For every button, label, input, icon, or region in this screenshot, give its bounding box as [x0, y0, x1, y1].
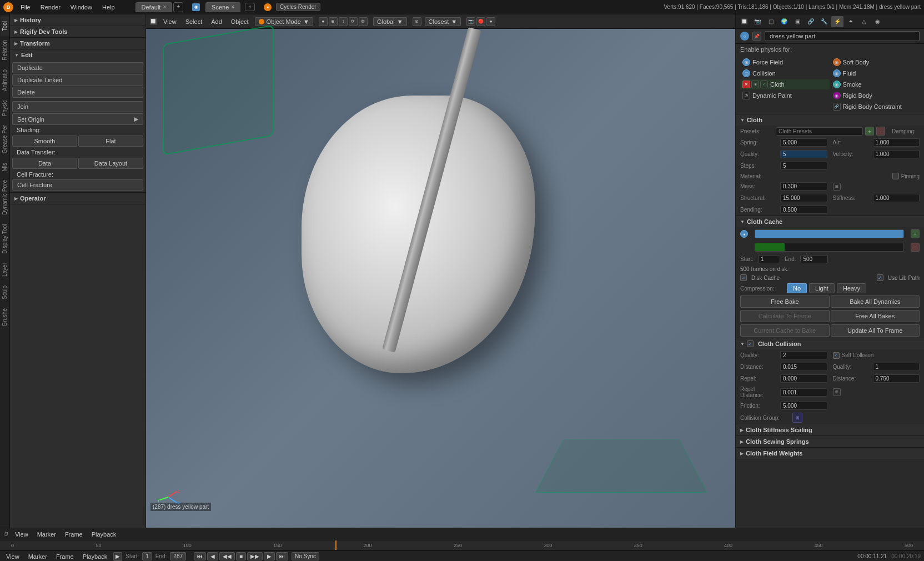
cloth-x-icon[interactable]: ✕ — [742, 81, 750, 88]
collision-group-btn[interactable]: ⊞ — [792, 413, 802, 423]
select-menu[interactable]: Select — [183, 18, 205, 25]
cell-fracture-btn[interactable]: Cell Fracture — [12, 179, 143, 191]
prop-modifiers-icon[interactable]: 🔧 — [818, 16, 830, 27]
presets-add-btn[interactable]: + — [865, 127, 874, 136]
prop-scene-icon[interactable]: 🔲 — [738, 16, 750, 27]
global-selector[interactable]: Global▼ — [373, 17, 407, 26]
sc-distance-val[interactable]: 0.750 — [873, 374, 920, 383]
repel-val[interactable]: 0.000 — [780, 374, 827, 383]
camera-icon[interactable]: 📷 — [466, 17, 475, 26]
mode-selector[interactable]: Object Mode ▼ — [255, 17, 313, 26]
physics-rigid-body[interactable]: ◉ Rigid Body — [831, 91, 920, 101]
help-menu[interactable]: Help — [99, 4, 118, 11]
add-menu[interactable]: Add — [208, 18, 225, 25]
set-origin-btn[interactable]: Set Origin ▶ — [12, 113, 143, 125]
viewport-icon-1[interactable]: ● — [319, 17, 328, 26]
tl-start-val[interactable]: 1 — [142, 552, 152, 560]
viewport-icon-2[interactable]: ⊕ — [329, 17, 338, 26]
mass-icon[interactable]: ⊞ — [833, 183, 841, 191]
scene-tab[interactable]: Scene × — [205, 2, 240, 12]
tl-bottom-playback[interactable]: Playback — [80, 553, 111, 560]
stop-btn[interactable]: ■ — [236, 552, 246, 560]
disk-cache-checkbox[interactable] — [740, 274, 747, 281]
cloth-eye-icon[interactable]: 👁 — [751, 81, 759, 88]
play-icon[interactable]: ▶ — [113, 552, 122, 561]
vtab-tool[interactable]: Tool — [1, 17, 9, 36]
smooth-btn[interactable]: Smooth — [12, 136, 77, 147]
render-engine-selector[interactable]: Cycles Render — [276, 3, 320, 11]
cloth-collision-checkbox[interactable] — [747, 340, 754, 347]
object-name[interactable]: dress yellow part — [765, 31, 920, 41]
viewport-icon-3[interactable]: ↕ — [339, 17, 348, 26]
workspace-tab-add[interactable]: + — [173, 2, 183, 12]
tl-frame-menu[interactable]: Frame — [62, 531, 86, 538]
play-rev-btn[interactable]: ◀◀ — [219, 552, 235, 560]
physics-rigid-body-constraint[interactable]: 🔗 Rigid Body Constraint — [831, 102, 920, 112]
render-menu[interactable]: Render — [38, 4, 63, 11]
scene-tab-add[interactable]: + — [245, 3, 255, 11]
bending-value[interactable]: 0.500 — [780, 206, 827, 214]
cloth-stiffness-header[interactable]: Cloth Stiffness Scaling — [736, 424, 924, 435]
workspace-tab-close[interactable]: × — [163, 4, 166, 10]
cloth-presets-dropdown[interactable]: Cloth Presets — [776, 127, 863, 136]
data-btn[interactable]: Data — [12, 158, 77, 169]
sc-quality-val[interactable]: 1 — [873, 363, 920, 371]
file-menu[interactable]: File — [18, 4, 33, 11]
cloth-section-header[interactable]: Cloth — [736, 114, 924, 126]
jump-start-btn[interactable]: ⏮ — [194, 552, 206, 560]
compression-light-btn[interactable]: Light — [809, 283, 835, 293]
free-bake-btn[interactable]: Free Bake — [740, 295, 830, 308]
cloth-cache-header[interactable]: Cloth Cache — [736, 216, 924, 227]
view-menu[interactable]: View — [160, 18, 179, 25]
prev-frame-btn[interactable]: ◀ — [207, 552, 218, 560]
air-value[interactable]: 1.000 — [873, 138, 920, 147]
physics-force-field[interactable]: ◉ Force Field — [740, 57, 830, 67]
spring-value[interactable]: 5.000 — [780, 138, 827, 147]
free-all-bakes-btn[interactable]: Free All Bakes — [831, 310, 920, 322]
delete-btn[interactable]: Delete — [12, 87, 143, 98]
repel-dist-val[interactable]: 0.001 — [780, 388, 827, 397]
friction-val[interactable]: 5.000 — [780, 402, 827, 410]
data-layout-btn[interactable]: Data Layout — [78, 158, 143, 169]
stiffness-value[interactable]: 1.000 — [873, 194, 920, 202]
vtab-brush[interactable]: Brushe — [1, 304, 9, 330]
flat-btn[interactable]: Flat — [78, 136, 143, 147]
window-menu[interactable]: Window — [68, 4, 95, 11]
render-icon-3[interactable]: ● — [486, 17, 495, 26]
presets-remove-btn[interactable]: - — [876, 127, 885, 136]
prop-material-icon[interactable]: ◉ — [871, 16, 883, 27]
tl-view-menu[interactable]: View — [12, 531, 31, 538]
structural-value[interactable]: 15.000 — [780, 194, 827, 202]
physics-soft-body[interactable]: ◉ Soft Body — [831, 57, 920, 67]
viewport[interactable]: 🔲 View Select Add Object Object Mode ▼ ●… — [146, 14, 735, 528]
viewport-icon-4[interactable]: ⟳ — [349, 17, 358, 26]
physics-cloth[interactable]: ✕ 👁 ✓ Cloth — [740, 79, 830, 89]
physics-fluid[interactable]: ◉ Fluid — [831, 68, 920, 78]
transform-header[interactable]: Transform — [10, 38, 145, 49]
workspace-tab-default[interactable]: Default × — [135, 2, 173, 12]
quality-value[interactable]: 5 — [780, 150, 827, 158]
steps-value[interactable]: 5 — [780, 162, 827, 170]
cache-end-val[interactable]: 500 — [800, 255, 828, 263]
prop-particles-icon[interactable]: ✦ — [845, 16, 857, 27]
sc-icon[interactable]: ⊞ — [833, 388, 841, 396]
prop-physics-icon[interactable]: ⚡ — [831, 16, 843, 27]
vtab-dynamic[interactable]: Dynamic Pore — [1, 176, 9, 219]
prop-world-icon[interactable]: 🌍 — [778, 16, 790, 27]
cache-active-dot[interactable]: ● — [740, 230, 748, 238]
history-header[interactable]: History — [10, 14, 145, 26]
vtab-display[interactable]: Display Tool — [1, 219, 9, 258]
cloth-sewing-header[interactable]: Cloth Sewing Springs — [736, 436, 924, 447]
jump-end-btn[interactable]: ⏭ — [276, 552, 288, 560]
vtab-grease[interactable]: Grease Per — [1, 121, 9, 158]
col-distance-val[interactable]: 0.015 — [780, 363, 827, 371]
vtab-animation[interactable]: Animatio — [1, 65, 9, 96]
cloth-field-weights-header[interactable]: Cloth Field Weights — [736, 448, 924, 459]
prop-layers-icon[interactable]: ◫ — [765, 16, 777, 27]
closest-selector[interactable]: Closest▼ — [425, 17, 461, 26]
playhead[interactable] — [335, 540, 337, 550]
play-fwd-btn[interactable]: ▶▶ — [247, 552, 263, 560]
object-menu[interactable]: Object — [228, 18, 252, 25]
snap-icon[interactable]: ⊙ — [413, 17, 421, 26]
cache-add-btn[interactable]: + — [911, 229, 920, 238]
